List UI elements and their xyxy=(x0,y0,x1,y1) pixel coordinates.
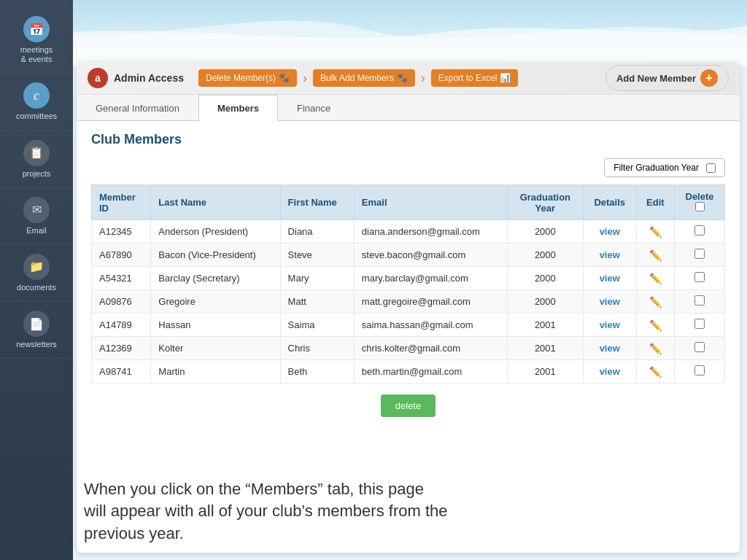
table-row: A54321 Barclay (Secretary) Mary mary.bar… xyxy=(92,267,725,290)
edit-icon[interactable]: ✏️ xyxy=(649,226,662,238)
delete-icon: 🐾 xyxy=(279,73,290,83)
row-delete-checkbox[interactable] xyxy=(694,225,705,236)
cell-edit: ✏️ xyxy=(636,244,674,267)
cell-email: steve.bacon@gmail.com xyxy=(354,244,507,267)
cell-first-name: Chris xyxy=(280,337,354,360)
cell-first-name: Diana xyxy=(280,220,354,244)
admin-bar: a Admin Access Delete Member(s) 🐾 › Bulk… xyxy=(77,62,740,95)
cell-first-name: Beth xyxy=(280,360,354,384)
cell-delete xyxy=(675,267,725,290)
col-grad-year: GraduationYear xyxy=(508,185,584,220)
filter-graduation-year-button[interactable]: Filter Graduation Year xyxy=(604,158,725,177)
sidebar-documents-label: documents xyxy=(17,283,56,292)
view-link[interactable]: view xyxy=(600,296,620,307)
select-all-checkbox[interactable] xyxy=(695,202,705,211)
add-person-icon: + xyxy=(700,69,718,87)
cell-edit: ✏️ xyxy=(636,314,674,337)
cell-delete xyxy=(675,360,725,384)
cell-delete xyxy=(675,244,725,267)
edit-icon[interactable]: ✏️ xyxy=(649,319,662,331)
cell-grad-year: 2000 xyxy=(508,220,584,244)
sidebar-item-newsletters[interactable]: 📄 newsletters xyxy=(0,302,73,359)
col-delete: Delete xyxy=(675,185,725,220)
cell-details: view xyxy=(583,220,636,244)
cell-last-name: Martin xyxy=(151,360,280,384)
table-row: A09876 Gregoire Matt matt.gregoire@gmail… xyxy=(92,290,725,314)
sidebar-item-projects[interactable]: 📋 projects xyxy=(0,131,73,188)
cell-last-name: Kolter xyxy=(151,337,280,360)
row-delete-checkbox[interactable] xyxy=(694,272,705,282)
cell-delete xyxy=(675,220,725,244)
excel-icon: 📊 xyxy=(500,73,511,83)
filter-checkbox[interactable] xyxy=(706,163,716,173)
cell-details: view xyxy=(583,290,636,314)
add-new-member-button[interactable]: Add New Member + xyxy=(605,65,729,91)
tab-general[interactable]: General Information xyxy=(77,95,198,121)
sidebar-projects-label: projects xyxy=(23,169,51,179)
sidebar-email-label: Email xyxy=(26,226,47,236)
cell-grad-year: 2001 xyxy=(508,360,584,384)
sidebar-item-label: meetings& events xyxy=(20,45,53,64)
arrow-separator: › xyxy=(303,71,307,86)
export-excel-button[interactable]: Export to Excel 📊 xyxy=(431,69,519,87)
cell-details: view xyxy=(583,314,636,337)
view-link[interactable]: view xyxy=(600,273,620,284)
bulk-add-button[interactable]: Bulk Add Members 🐾 xyxy=(313,69,415,87)
row-delete-checkbox[interactable] xyxy=(694,249,705,259)
cell-email: diana.anderson@gmail.com xyxy=(354,220,507,244)
row-delete-checkbox[interactable] xyxy=(694,295,705,306)
email-icon: ✉ xyxy=(23,197,50,223)
admin-badge: a xyxy=(88,68,108,88)
documents-icon: 📁 xyxy=(23,254,50,280)
cell-details: view xyxy=(583,360,636,384)
admin-actions: Delete Member(s) 🐾 › Bulk Add Members 🐾 … xyxy=(198,69,605,87)
view-link[interactable]: view xyxy=(600,343,620,354)
cell-member-id: A09876 xyxy=(92,290,151,314)
cell-edit: ✏️ xyxy=(636,337,674,360)
cell-grad-year: 2001 xyxy=(508,314,584,337)
cell-delete xyxy=(675,337,725,360)
bulk-icon: 🐾 xyxy=(397,73,408,83)
view-link[interactable]: view xyxy=(600,226,620,237)
edit-icon[interactable]: ✏️ xyxy=(649,366,662,378)
cell-member-id: A54321 xyxy=(92,267,151,290)
cell-grad-year: 2000 xyxy=(508,244,584,267)
delete-button[interactable]: delete xyxy=(381,394,436,417)
cell-edit: ✏️ xyxy=(636,360,674,384)
table-row: A12369 Kolter Chris chris.kolter@gmail.c… xyxy=(92,337,725,360)
cell-grad-year: 2000 xyxy=(508,290,584,314)
projects-icon: 📋 xyxy=(23,140,50,166)
view-link[interactable]: view xyxy=(600,249,620,260)
newsletters-icon: 📄 xyxy=(23,311,50,337)
cell-last-name: Gregoire xyxy=(151,290,280,314)
table-header-row: MemberID Last Name First Name Email Grad… xyxy=(92,185,725,220)
sidebar-item-documents[interactable]: 📁 documents xyxy=(0,245,73,302)
cell-edit: ✏️ xyxy=(636,290,674,314)
row-delete-checkbox[interactable] xyxy=(694,319,705,329)
edit-icon[interactable]: ✏️ xyxy=(649,343,662,354)
edit-icon[interactable]: ✏️ xyxy=(649,296,662,308)
cell-email: beth.martin@gmail.com xyxy=(354,360,507,384)
table-row: A12345 Anderson (President) Diana diana.… xyxy=(92,220,725,244)
cell-member-id: A12345 xyxy=(92,220,151,244)
sidebar: 📅 meetings& events c committees 📋 projec… xyxy=(0,0,73,560)
sidebar-item-meetings[interactable]: 📅 meetings& events xyxy=(0,7,73,74)
sidebar-item-email[interactable]: ✉ Email xyxy=(0,188,73,245)
delete-members-button[interactable]: Delete Member(s) 🐾 xyxy=(198,69,297,87)
filter-bar: Filter Graduation Year xyxy=(91,158,725,177)
row-delete-checkbox[interactable] xyxy=(694,342,705,352)
cell-email: mary.barclay@gmail.com xyxy=(354,267,507,290)
cell-last-name: Anderson (President) xyxy=(151,220,280,244)
edit-icon[interactable]: ✏️ xyxy=(649,273,662,284)
tab-finance[interactable]: Finance xyxy=(278,95,349,121)
sidebar-item-committees[interactable]: c committees xyxy=(0,74,73,131)
edit-icon[interactable]: ✏️ xyxy=(649,249,662,261)
cell-member-id: A12369 xyxy=(92,337,151,360)
cell-email: saima.hassan@gmail.com xyxy=(354,314,507,337)
view-link[interactable]: view xyxy=(600,319,620,330)
cell-member-id: A98741 xyxy=(92,360,151,384)
table-row: A14789 Hassan Saima saima.hassan@gmail.c… xyxy=(92,314,725,337)
tab-members[interactable]: Members xyxy=(198,95,278,121)
row-delete-checkbox[interactable] xyxy=(694,365,705,376)
view-link[interactable]: view xyxy=(600,366,620,377)
